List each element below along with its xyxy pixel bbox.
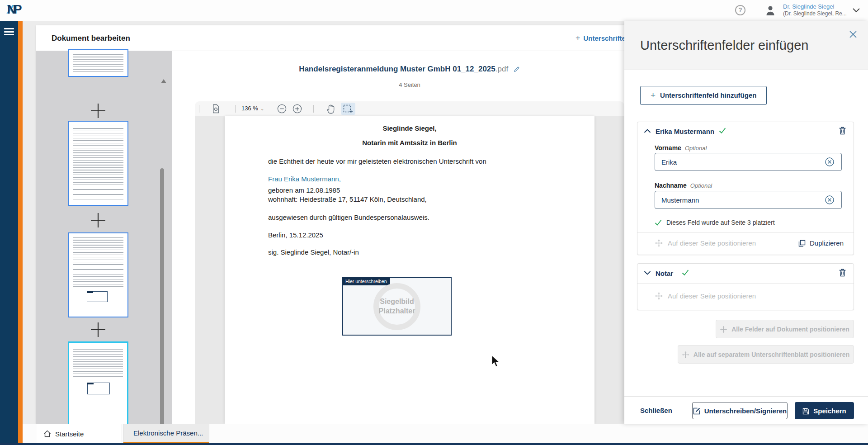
window-bottom-edge <box>0 443 868 445</box>
menu-hamburger-icon[interactable] <box>4 28 14 37</box>
top-bar: XNP ? Dr. Sieglinde Siegel (Dr. Sieglind… <box>0 0 868 21</box>
sign-here-tag: Hier unterschreiben <box>342 277 390 285</box>
insert-page-icon[interactable] <box>88 101 108 121</box>
user-name: Dr. Sieglinde Siegel <box>783 3 850 10</box>
pan-hand-icon[interactable] <box>327 104 336 114</box>
field-placed-note: Dieses Feld wurde auf Seite 3 platziert <box>655 219 775 226</box>
duplicate-icon <box>798 240 806 247</box>
add-signatures-button[interactable]: +Unterschriften <box>576 25 624 51</box>
add-signature-field-button[interactable]: +Unterschriftenfeld hinzufügen <box>640 86 767 105</box>
zoom-out-icon[interactable] <box>277 104 287 114</box>
document-viewer: Handelsregisteranmeldung Muster GmbH 01_… <box>195 51 624 424</box>
move-icon <box>655 292 663 300</box>
doc-text-line: geboren am 12.08.1985 <box>268 186 340 194</box>
user-avatar-icon <box>764 5 776 16</box>
card-name: Erika Mustermann <box>656 128 714 135</box>
user-menu-chevron-down-icon[interactable] <box>853 8 860 13</box>
document-page[interactable]: Sieglinde Siegel, Notarin mit Amtssitz i… <box>225 116 594 424</box>
delete-field-trash-icon[interactable] <box>839 269 846 277</box>
user-detail: (Dr. Sieglinde Siegel, Re... <box>783 10 850 17</box>
field-label: VornameOptional <box>655 144 707 151</box>
thumbnail-scrollbar[interactable] <box>160 168 164 442</box>
help-icon[interactable]: ? <box>735 5 745 15</box>
tab-elektronische-praesenz-active[interactable]: Elektronische Präsen... <box>123 424 209 444</box>
card-footer: Auf dieser Seite positionieren Duplizier… <box>637 232 854 255</box>
nachname-input[interactable] <box>655 191 842 209</box>
panel-footer: Schließen Unterschreiben/Signieren Speic… <box>624 396 868 424</box>
thumbnail-page-3[interactable] <box>68 232 128 317</box>
move-icon <box>682 351 689 358</box>
position-all-fields-button-disabled[interactable]: Alle Felder auf Dokument positionieren <box>716 320 854 338</box>
chevron-down-icon: ⌄ <box>260 106 264 111</box>
move-icon <box>720 326 727 333</box>
bottom-tab-bar: Startseite Elektronische Präsen... <box>23 424 868 443</box>
doc-text-line: wohnhaft: Heidestraße 17, 51147 Köln, De… <box>268 195 427 203</box>
panel-header: Unterschriftenfelder einfügen <box>624 21 868 70</box>
close-panel-button[interactable]: Schließen <box>640 397 672 424</box>
viewer-toolbar: 136 %⌄ <box>195 101 624 116</box>
sign-button[interactable]: Unterschreiben/Signieren <box>692 402 788 419</box>
valid-check-icon <box>682 269 689 276</box>
field-label: NachnameOptional <box>655 182 712 189</box>
brand-orange-stripe <box>18 21 23 443</box>
home-icon <box>43 430 51 437</box>
zoom-in-icon[interactable] <box>292 104 302 114</box>
app-logo: XNP <box>6 3 22 17</box>
panel-title: Unterschriftenfelder einfügen <box>640 38 808 53</box>
save-button[interactable]: Speichern <box>795 402 854 419</box>
position-on-page-button-disabled[interactable]: Auf dieser Seite positionieren <box>655 292 756 300</box>
signature-fields-panel: Unterschriftenfelder einfügen +Unterschr… <box>624 21 868 424</box>
thumbnail-page-4-active[interactable] <box>68 341 128 429</box>
doc-person-line: Frau Erika Mustermann, <box>268 175 341 183</box>
signature-field-card-notar: Notar Auf dieser Seite positionieren <box>637 263 854 310</box>
doc-text-line: Berlin, 15.12.2025 <box>268 231 323 239</box>
card-footer: Auf dieser Seite positionieren <box>637 283 854 310</box>
card-header: Dokument bearbeiten +Unterschriften <box>36 25 624 51</box>
edit-title-pencil-icon[interactable] <box>514 66 520 72</box>
clear-input-icon[interactable] <box>825 157 835 167</box>
page-settings-icon[interactable] <box>212 104 220 114</box>
document-title: Handelsregisteranmeldung Muster GmbH 01_… <box>195 65 624 74</box>
duplicate-field-button[interactable]: Duplizieren <box>798 239 844 247</box>
plus-icon: + <box>576 33 580 43</box>
thumbnail-panel <box>36 51 172 424</box>
doc-text-line: die Echtheit der heute vor mir geleistet… <box>268 157 486 165</box>
position-all-on-separate-sheet-button-disabled[interactable]: Alle auf separatem Unterschriftenblatt p… <box>678 345 854 364</box>
thumbnail-page-2[interactable] <box>68 121 128 206</box>
viewer-canvas: Sieglinde Siegel, Notarin mit Amtssitz i… <box>195 116 624 424</box>
signature-field-card-erika: Erika Mustermann VornameOptional Nachnam… <box>637 122 854 255</box>
thumbnail-scroll-up-arrow[interactable] <box>161 79 166 83</box>
page-title: Dokument bearbeiten <box>52 25 130 51</box>
clear-input-icon[interactable] <box>825 195 835 205</box>
user-menu[interactable]: Dr. Sieglinde Siegel (Dr. Sieglinde Sieg… <box>783 3 850 17</box>
left-nav-rail <box>0 21 18 443</box>
doc-heading: Sieglinde Siegel, <box>225 124 594 132</box>
check-icon <box>655 219 662 226</box>
document-edit-card: Dokument bearbeiten +Unterschriften Hand… <box>36 25 624 424</box>
seal-placeholder-text: Siegelbild Platzhalter <box>343 297 451 316</box>
expand-chevron-down-icon[interactable] <box>644 270 651 275</box>
pen-icon <box>693 407 700 415</box>
signature-field-placeholder[interactable]: Hier unterschreiben Siegelbild Platzhalt… <box>342 277 452 336</box>
card-name: Notar <box>656 270 673 277</box>
valid-check-icon <box>719 127 726 134</box>
vorname-input[interactable] <box>655 153 842 171</box>
doc-text-line: sig. Sieglinde Siegel, Notar/-in <box>268 248 359 256</box>
collapse-chevron-up-icon[interactable] <box>644 128 651 133</box>
tab-startseite[interactable]: Startseite <box>37 424 122 444</box>
delete-field-trash-icon[interactable] <box>839 127 846 135</box>
insert-page-icon[interactable] <box>88 320 108 340</box>
thumbnail-signature-box <box>87 291 108 302</box>
doc-text-line: ausgewiesen durch gültigen Bundespersona… <box>268 213 429 221</box>
save-floppy-icon <box>802 408 809 415</box>
close-icon[interactable] <box>849 30 857 38</box>
zoom-level-dropdown[interactable]: 136 %⌄ <box>241 105 264 112</box>
thumbnail-page-1[interactable] <box>68 49 128 77</box>
select-area-marquee-icon[interactable] <box>341 103 355 115</box>
thumbnail-signature-box <box>87 383 110 394</box>
move-icon <box>655 239 663 247</box>
insert-page-icon[interactable] <box>88 210 108 230</box>
doc-heading: Notarin mit Amtssitz in Berlin <box>225 139 594 147</box>
plus-icon: + <box>651 90 656 100</box>
position-on-page-button-disabled[interactable]: Auf dieser Seite positionieren <box>655 239 756 247</box>
